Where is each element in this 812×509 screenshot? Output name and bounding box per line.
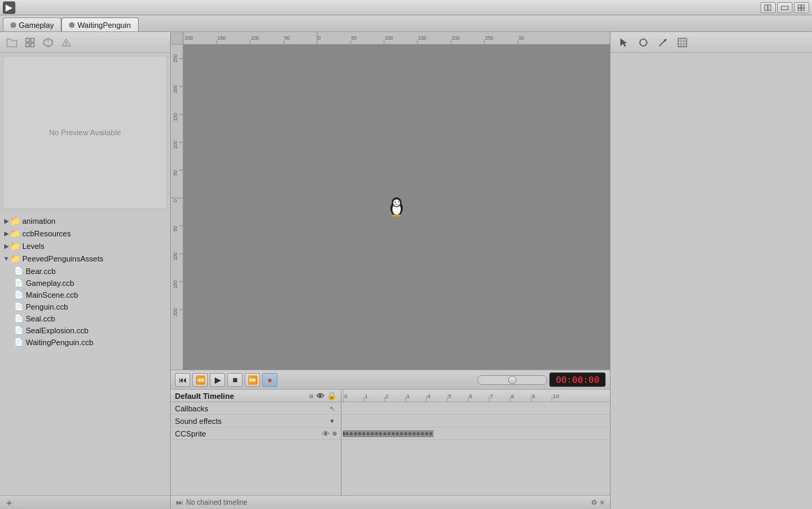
main-layout: No Preview Available ▶ 📁 animation ▶ 📁 c… bbox=[0, 32, 812, 509]
svg-point-67 bbox=[395, 204, 398, 205]
svg-rect-8 bbox=[31, 38, 34, 42]
svg-text:100: 100 bbox=[385, 36, 393, 40]
svg-point-107 bbox=[400, 432, 403, 435]
svg-point-103 bbox=[383, 432, 386, 435]
file-icon-bear: 📄 bbox=[14, 266, 24, 275]
tree-file-waitingpenguin[interactable]: 📄 WaitingPenguin.ccb bbox=[0, 336, 170, 348]
svg-text:8: 8 bbox=[511, 393, 514, 400]
file-label-seal: Seal.ccb bbox=[26, 314, 55, 323]
tree-folder-ccbresources[interactable]: ▶ 📁 ccbResources bbox=[0, 227, 170, 240]
window-controls bbox=[760, 2, 809, 13]
tree-folder-animation[interactable]: ▶ 📁 animation bbox=[0, 215, 170, 227]
ruler-vertical: 250 200 150 100 50 0 bbox=[171, 45, 183, 370]
window-btn-1[interactable] bbox=[760, 2, 776, 13]
svg-point-102 bbox=[379, 432, 382, 435]
file-icon-mainscene: 📄 bbox=[14, 290, 24, 299]
tl-btn-record[interactable]: ● bbox=[262, 373, 277, 387]
tab-dot-waitingpenguin bbox=[69, 22, 75, 28]
window-btn-2[interactable] bbox=[777, 2, 792, 13]
tree-file-sealexplosion[interactable]: 📄 SealExplosion.ccb bbox=[0, 324, 170, 336]
add-button[interactable]: + bbox=[3, 496, 15, 509]
svg-rect-3 bbox=[798, 5, 801, 8]
tab-gameplay[interactable]: Gameplay bbox=[3, 17, 61, 31]
chained-settings-icon[interactable]: ⚙ bbox=[591, 499, 597, 506]
svg-text:200: 200 bbox=[452, 36, 460, 40]
svg-point-111 bbox=[417, 432, 420, 435]
right-toolbar-arrow-icon[interactable] bbox=[655, 35, 671, 50]
svg-point-109 bbox=[408, 432, 411, 435]
svg-text:5: 5 bbox=[448, 393, 452, 400]
timeline-area: ⏮ ⏪ ▶ ■ ⏩ ● 00:00:00 Default Timeline bbox=[171, 370, 610, 509]
canvas-main-row: 250 200 150 100 50 0 bbox=[171, 45, 610, 370]
svg-text:250: 250 bbox=[173, 54, 178, 63]
toolbar-cube-icon[interactable] bbox=[40, 35, 56, 50]
toolbar-folder-icon[interactable] bbox=[4, 35, 20, 50]
tl-header-icon-eye[interactable]: 👁 bbox=[316, 392, 324, 400]
svg-text:0: 0 bbox=[173, 199, 178, 202]
svg-rect-2 bbox=[781, 6, 788, 10]
tl-header-icon-lock[interactable]: 🔒 bbox=[327, 391, 337, 400]
folder-arrow-animation: ▶ bbox=[3, 218, 10, 225]
svg-point-101 bbox=[375, 432, 378, 435]
tree-file-bear[interactable]: 📄 Bear.ccb bbox=[0, 265, 170, 277]
svg-point-108 bbox=[404, 432, 407, 435]
tree-file-penguin[interactable]: 📄 Penguin.ccb bbox=[0, 301, 170, 312]
right-toolbar-grid-icon[interactable] bbox=[675, 35, 690, 50]
tl-btn-play[interactable]: ▶ bbox=[210, 373, 225, 387]
canvas bbox=[183, 45, 610, 370]
preview-area: No Preview Available bbox=[3, 56, 167, 209]
folder-label-ccbresources: ccbResources bbox=[22, 229, 71, 238]
svg-text:2: 2 bbox=[385, 393, 389, 400]
svg-rect-119 bbox=[678, 38, 687, 47]
track-ccsprite-dot bbox=[332, 432, 337, 436]
tree-folder-levels[interactable]: ▶ 📁 Levels bbox=[0, 240, 170, 252]
tl-btn-prev[interactable]: ⏪ bbox=[192, 373, 208, 387]
right-toolbar-circle-icon[interactable] bbox=[636, 35, 651, 50]
svg-point-62 bbox=[393, 199, 400, 206]
tree-file-gameplay[interactable]: 📄 Gameplay.ccb bbox=[0, 277, 170, 289]
svg-text:100: 100 bbox=[173, 141, 178, 149]
track-ccsprite-eye[interactable]: 👁 bbox=[322, 430, 330, 438]
chained-expand-icon[interactable]: ≡ bbox=[600, 499, 604, 506]
right-panel bbox=[610, 32, 812, 509]
ruler-horizontal: 200 150 100 50 0 50 100 bbox=[183, 32, 610, 45]
folder-icon-animation: 📁 bbox=[10, 216, 20, 226]
tl-btn-stop[interactable]: ■ bbox=[227, 373, 243, 387]
svg-text:7: 7 bbox=[490, 393, 493, 400]
tree-folder-peevedpenguins[interactable]: ▼ 📁 PeevedPenguinsAssets bbox=[0, 252, 170, 265]
svg-text:9: 9 bbox=[532, 393, 535, 400]
svg-point-113 bbox=[425, 432, 428, 435]
tree-file-mainscene[interactable]: 📄 MainScene.ccb bbox=[0, 289, 170, 301]
track-soundeffects-arrow: ▼ bbox=[329, 418, 335, 425]
right-panel-content bbox=[611, 53, 812, 509]
svg-point-106 bbox=[396, 432, 399, 435]
timeline-labels: Default Timeline ≡ 👁 🔒 Callbacks ↖ bbox=[171, 390, 342, 495]
folder-icon-peevedpenguins: 📁 bbox=[10, 254, 20, 264]
svg-text:50: 50 bbox=[284, 36, 290, 40]
folder-label-peevedpenguins: PeevedPenguinsAssets bbox=[22, 254, 103, 263]
tl-zoom-slider[interactable] bbox=[477, 375, 547, 385]
right-toolbar-cursor-icon[interactable] bbox=[616, 35, 631, 50]
svg-point-98 bbox=[362, 432, 365, 435]
tab-waitingpenguin[interactable]: WaitingPenguin bbox=[61, 17, 139, 31]
tl-btn-first[interactable]: ⏮ bbox=[175, 373, 190, 387]
folder-arrow-ccbresources: ▶ bbox=[3, 230, 10, 237]
tl-header-icon-list[interactable]: ≡ bbox=[309, 392, 314, 400]
svg-text:100: 100 bbox=[173, 252, 178, 261]
svg-text:200: 200 bbox=[185, 36, 193, 40]
svg-point-105 bbox=[392, 432, 394, 435]
svg-point-104 bbox=[388, 432, 390, 435]
tree-file-seal[interactable]: 📄 Seal.ccb bbox=[0, 312, 170, 324]
svg-text:50: 50 bbox=[173, 226, 178, 231]
window-btn-3[interactable] bbox=[794, 2, 809, 13]
file-icon-seal: 📄 bbox=[14, 314, 24, 323]
svg-text:0: 0 bbox=[318, 36, 321, 40]
svg-rect-4 bbox=[802, 5, 804, 8]
frame-row-callbacks bbox=[342, 402, 610, 415]
toolbar-warning-icon[interactable] bbox=[59, 35, 74, 50]
tl-zoom-thumb[interactable] bbox=[508, 376, 516, 384]
file-icon-sealexplosion: 📄 bbox=[14, 326, 24, 335]
toolbar-grid-icon[interactable] bbox=[22, 35, 38, 50]
tl-btn-next[interactable]: ⏩ bbox=[245, 373, 260, 387]
svg-text:10: 10 bbox=[553, 393, 559, 400]
